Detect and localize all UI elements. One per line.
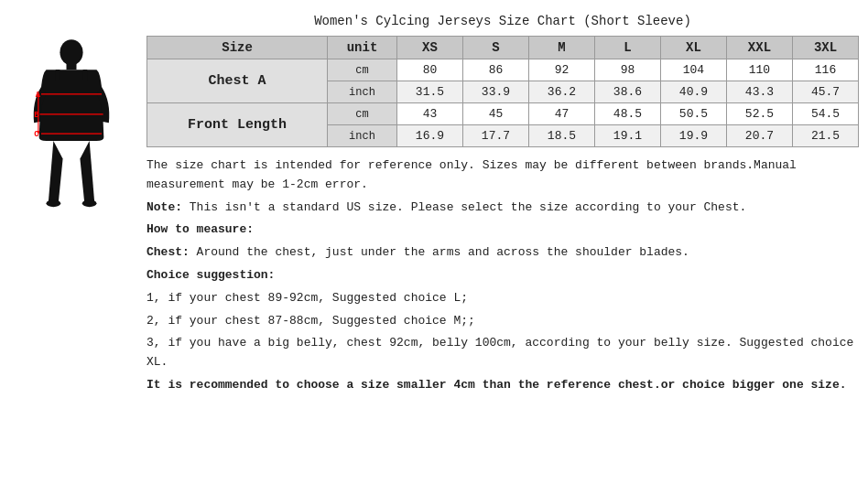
note-text: This isn't a standard US size. Please se… [182, 200, 746, 214]
choice3: 3, if you have a big belly, chest 92cm, … [146, 334, 859, 372]
data-cell: 19.1 [594, 125, 660, 147]
data-cell: 33.9 [462, 81, 528, 103]
data-cell: 18.5 [528, 125, 594, 147]
data-cell: 17.7 [462, 125, 528, 147]
data-cell: 20.7 [726, 125, 792, 147]
col-unit: unit [328, 37, 397, 59]
data-cell: 36.2 [528, 81, 594, 103]
chest-text: Around the chest, just under the arms an… [190, 245, 689, 259]
note-line: Note: This isn't a standard US size. Ple… [146, 199, 859, 218]
data-cell: 40.9 [660, 81, 726, 103]
row-label-1: Front Length [147, 103, 328, 147]
col-xxl: XXL [726, 37, 792, 59]
unit-cell: inch [328, 125, 397, 147]
right-content: Women's Cylcing Jerseys Size Chart (Shor… [142, 9, 868, 404]
disclaimer-text: The size chart is intended for reference… [146, 156, 859, 195]
body-figure-container: A B C [0, 9, 142, 404]
data-cell: 43.3 [726, 81, 792, 103]
page-title: Women's Cylcing Jerseys Size Chart (Shor… [146, 14, 859, 28]
unit-cell: cm [328, 59, 397, 81]
data-cell: 48.5 [594, 103, 660, 125]
data-cell: 54.5 [792, 103, 858, 125]
data-cell: 38.6 [594, 81, 660, 103]
data-cell: 43 [396, 103, 462, 125]
data-cell: 45 [462, 103, 528, 125]
size-table: Size unit XS S M L XL XXL 3XL Chest Acm8… [146, 36, 859, 147]
choice2: 2, if your chest 87-88cm, Suggested choi… [146, 312, 859, 331]
table-row: Front Lengthcm43454748.550.552.554.5 [147, 103, 859, 125]
col-xl: XL [660, 37, 726, 59]
note-label: Note: [146, 200, 182, 214]
choice-label: Choice suggestion: [146, 266, 859, 285]
table-header-row: Size unit XS S M L XL XXL 3XL [147, 37, 859, 59]
data-cell: 92 [528, 59, 594, 81]
svg-rect-2 [55, 70, 60, 80]
data-cell: 31.5 [396, 81, 462, 103]
body-figure: A B C [16, 37, 126, 238]
data-cell: 98 [594, 59, 660, 81]
data-cell: 52.5 [726, 103, 792, 125]
chest-line: Chest: Around the chest, just under the … [146, 243, 859, 263]
chest-label: Chest: [146, 245, 190, 259]
choice1: 1, if your chest 89-92cm, Suggested choi… [146, 289, 859, 308]
body-svg: A B C [16, 37, 126, 238]
col-l: L [594, 37, 660, 59]
col-size: Size [147, 37, 328, 59]
col-m: M [528, 37, 594, 59]
data-cell: 16.9 [396, 125, 462, 147]
data-cell: 110 [726, 59, 792, 81]
notes-section: The size chart is intended for reference… [146, 156, 859, 395]
data-cell: 21.5 [792, 125, 858, 147]
recommendation: It is recommended to choose a size small… [146, 376, 859, 395]
data-cell: 45.7 [792, 81, 858, 103]
svg-point-5 [81, 199, 96, 207]
data-cell: 86 [462, 59, 528, 81]
data-cell: 50.5 [660, 103, 726, 125]
col-s: S [462, 37, 528, 59]
data-cell: 80 [396, 59, 462, 81]
data-cell: 116 [792, 59, 858, 81]
table-row: Chest Acm80869298104110116 [147, 59, 859, 81]
svg-point-0 [60, 39, 82, 65]
unit-cell: inch [328, 81, 397, 103]
unit-cell: cm [328, 103, 397, 125]
data-cell: 104 [660, 59, 726, 81]
data-cell: 19.9 [660, 125, 726, 147]
svg-rect-3 [82, 70, 87, 80]
data-cell: 47 [528, 103, 594, 125]
svg-point-4 [46, 199, 60, 207]
svg-rect-1 [66, 62, 76, 70]
row-label-0: Chest A [147, 59, 328, 103]
col-3xl: 3XL [792, 37, 858, 59]
how-to-label: How to measure: [146, 221, 859, 240]
col-xs: XS [396, 37, 462, 59]
